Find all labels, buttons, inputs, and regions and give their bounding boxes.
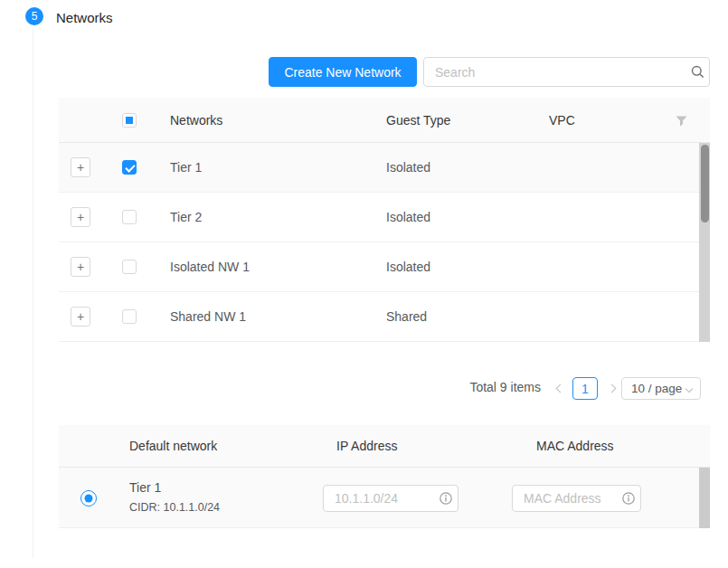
network-row-tier1[interactable]: + Tier 1 Isolated xyxy=(59,143,710,193)
network-name: Tier 2 xyxy=(170,210,202,224)
expand-row-button[interactable]: + xyxy=(71,207,90,227)
networks-table-header: Networks Guest Type VPC xyxy=(59,98,710,143)
row-checkbox-tier2[interactable] xyxy=(122,210,137,224)
vertical-scrollbar-track[interactable] xyxy=(699,143,710,342)
column-header-ip-address: IP Address xyxy=(336,439,397,453)
network-guest-type: Isolated xyxy=(386,160,430,175)
page-size-value: 10 / page xyxy=(622,382,686,395)
pagination-page-1[interactable]: 1 xyxy=(572,377,598,400)
networks-step-screen: 5 Networks Create New Network Networks G… xyxy=(0,0,728,568)
filter-icon[interactable] xyxy=(676,115,687,129)
step-number-badge: 5 xyxy=(25,7,43,25)
network-guest-type: Isolated xyxy=(386,210,430,224)
mac-address-field[interactable] xyxy=(512,485,641,512)
column-header-default-network: Default network xyxy=(129,439,217,453)
pagination-prev-button[interactable] xyxy=(553,377,567,400)
network-name: Tier 1 xyxy=(170,160,202,175)
pagination-total: Total 9 items xyxy=(469,380,541,394)
search-box[interactable] xyxy=(423,57,710,87)
select-all-checkbox[interactable] xyxy=(122,113,137,128)
network-row-shared-nw1[interactable]: + Shared NW 1 Shared xyxy=(59,292,710,342)
default-network-radio[interactable] xyxy=(80,490,97,506)
column-header-guest-type: Guest Type xyxy=(386,113,450,128)
vertical-scrollbar-thumb[interactable] xyxy=(701,145,709,222)
default-network-table-header: Default network IP Address MAC Address xyxy=(59,425,710,468)
column-header-vpc: VPC xyxy=(549,113,575,128)
info-icon xyxy=(617,492,640,505)
default-network-row-tier1[interactable]: Tier 1 CIDR: 10.1.1.0/24 xyxy=(59,468,710,528)
step-number: 5 xyxy=(32,10,38,23)
ip-address-field[interactable] xyxy=(323,485,459,512)
row-checkbox-shared-nw1[interactable] xyxy=(122,309,137,324)
create-new-network-label: Create New Network xyxy=(284,65,401,80)
row-checkbox-tier1[interactable] xyxy=(122,160,137,175)
vertical-scrollbar-track[interactable] xyxy=(699,468,710,528)
networks-table: Networks Guest Type VPC + Tier 1 Isolate… xyxy=(59,98,710,342)
search-input[interactable] xyxy=(424,65,685,80)
column-header-networks: Networks xyxy=(170,113,222,128)
create-new-network-button[interactable]: Create New Network xyxy=(269,57,417,87)
default-network-name: Tier 1 xyxy=(129,480,161,495)
pagination-current-page: 1 xyxy=(581,382,589,396)
network-row-isolated-nw1[interactable]: + Isolated NW 1 Isolated xyxy=(59,242,710,292)
row-checkbox-isolated-nw1[interactable] xyxy=(122,260,137,274)
step-title: Networks xyxy=(56,10,113,25)
mac-address-input[interactable] xyxy=(513,491,617,506)
default-network-cidr: CIDR: 10.1.1.0/24 xyxy=(129,501,220,514)
expand-row-button[interactable]: + xyxy=(71,157,90,177)
network-guest-type: Shared xyxy=(386,309,427,324)
pagination-next-button[interactable] xyxy=(604,377,619,400)
network-row-tier2[interactable]: + Tier 2 Isolated xyxy=(59,193,710,242)
expand-row-button[interactable]: + xyxy=(71,257,90,277)
chevron-down-icon xyxy=(685,384,693,392)
chevron-left-icon xyxy=(555,384,564,393)
network-name: Isolated NW 1 xyxy=(170,260,250,274)
column-header-mac-address: MAC Address xyxy=(536,439,614,453)
info-icon xyxy=(434,492,458,505)
step-connector-top xyxy=(33,0,33,5)
page-size-select[interactable]: 10 / page xyxy=(621,377,701,400)
step-connector xyxy=(33,30,33,558)
expand-row-button[interactable]: + xyxy=(71,307,90,327)
default-network-table: Default network IP Address MAC Address T… xyxy=(59,425,710,528)
ip-address-input[interactable] xyxy=(324,491,434,506)
chevron-right-icon xyxy=(607,384,616,393)
network-guest-type: Isolated xyxy=(386,260,430,274)
network-name: Shared NW 1 xyxy=(170,309,246,324)
search-icon[interactable] xyxy=(685,65,709,79)
